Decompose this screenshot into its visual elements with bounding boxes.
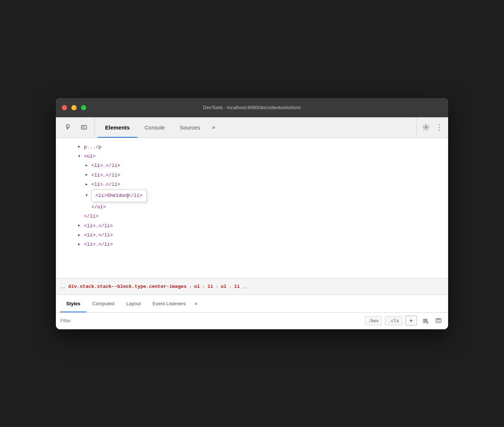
breadcrumb-li1[interactable]: li (208, 284, 214, 289)
dom-line-li-2[interactable]: <li>…</li> (63, 171, 441, 180)
svg-rect-4 (83, 127, 84, 128)
dom-line-li-6[interactable]: <li>…</li> (63, 240, 441, 249)
tab-elements[interactable]: Elements (98, 117, 137, 138)
cls-button[interactable]: .cls (385, 316, 402, 325)
triangle-li-4[interactable] (78, 222, 84, 229)
add-rule-button[interactable]: + (405, 316, 417, 326)
devtools-window: DevTools - localhost:8080/docs/devtools/… (56, 98, 448, 329)
svg-rect-6 (423, 319, 427, 320)
filter-input[interactable] (60, 318, 362, 323)
breadcrumb-dots[interactable]: ... (60, 283, 65, 290)
svg-rect-3 (81, 125, 87, 129)
tabbar: Elements Console Sources » ⋮ (56, 117, 448, 138)
dom-line-li-4[interactable]: <li>…</li> (63, 221, 441, 231)
breadcrumb-ol[interactable]: ol (194, 284, 200, 289)
maximize-button[interactable] (81, 105, 86, 110)
styles-tab-computed[interactable]: Computed (86, 295, 120, 312)
breadcrumb-bar: ... div.stack.stack--block.type.center-i… (56, 279, 448, 295)
dom-line-p[interactable]: p ... /p (63, 142, 441, 152)
tabbar-right: ⋮ (417, 117, 445, 138)
inspect-icon[interactable] (63, 121, 75, 133)
dom-line-li-5[interactable]: <li>…</li> (63, 231, 441, 240)
triangle-li-5[interactable] (78, 232, 84, 239)
styles-tab-layout[interactable]: Layout (120, 295, 147, 312)
dom-tree: p ... /p <ul> <li>…</li> <li>…</li> <li>… (56, 138, 448, 279)
dom-line-li-3[interactable]: <li>…</li> (63, 180, 441, 189)
breadcrumb-ul[interactable]: ul (221, 284, 226, 289)
svg-rect-12 (436, 321, 441, 323)
svg-point-5 (425, 127, 427, 128)
style-icon-button[interactable] (420, 316, 430, 326)
styles-tabs: Styles Computed Layout Event Listeners » (56, 295, 448, 313)
triangle-ul[interactable] (78, 153, 84, 160)
triangle-li-1[interactable] (85, 162, 91, 169)
dom-line-li-1[interactable]: <li>…</li> (63, 161, 441, 170)
styles-panel: Styles Computed Layout Event Listeners »… (56, 295, 448, 329)
titlebar-title: DevTools - localhost:8080/docs/devtools/… (203, 105, 301, 110)
triangle-li-sheldon[interactable] (85, 192, 91, 199)
dom-line-close-ul[interactable]: </ul> (63, 202, 441, 212)
inline-edit-popup[interactable]: <li>Sheldon</li> (91, 189, 147, 202)
tab-sources[interactable]: Sources (172, 117, 208, 138)
breadcrumb-more[interactable]: ... (243, 283, 247, 289)
more-tabs-icon[interactable]: » (208, 117, 220, 138)
breadcrumb-li2[interactable]: li (234, 284, 240, 289)
close-button[interactable] (62, 105, 67, 110)
dom-line-li-sheldon[interactable]: <li>Sheldon</li> (63, 189, 441, 202)
collapse-icon-button[interactable] (433, 316, 444, 326)
hov-button[interactable]: :hov (365, 316, 382, 325)
triangle-li-6[interactable] (78, 241, 84, 248)
triangle-li-2[interactable] (85, 172, 91, 178)
minimize-button[interactable] (71, 105, 77, 110)
styles-tab-styles[interactable]: Styles (60, 295, 86, 312)
triangle-li-3[interactable] (85, 181, 91, 188)
dom-line-ul[interactable]: <ul> (63, 152, 441, 161)
titlebar: DevTools - localhost:8080/docs/devtools/… (56, 98, 448, 117)
svg-rect-0 (67, 125, 69, 127)
filter-bar: :hov .cls + (56, 313, 448, 329)
dom-line-close-li[interactable]: </li> (63, 212, 441, 221)
device-icon[interactable] (78, 121, 90, 133)
styles-tab-more[interactable]: » (192, 295, 201, 312)
svg-line-10 (428, 323, 428, 323)
menu-icon[interactable]: ⋮ (433, 121, 445, 133)
triangle-p[interactable] (78, 144, 84, 150)
svg-rect-7 (423, 320, 427, 321)
tabbar-icons (59, 117, 95, 138)
tab-console[interactable]: Console (137, 117, 172, 138)
settings-icon[interactable] (420, 121, 432, 133)
svg-rect-8 (423, 322, 426, 323)
styles-tab-event-listeners[interactable]: Event Listeners (147, 295, 192, 312)
breadcrumb-item[interactable]: div.stack.stack--block.type.center-image… (68, 284, 187, 289)
